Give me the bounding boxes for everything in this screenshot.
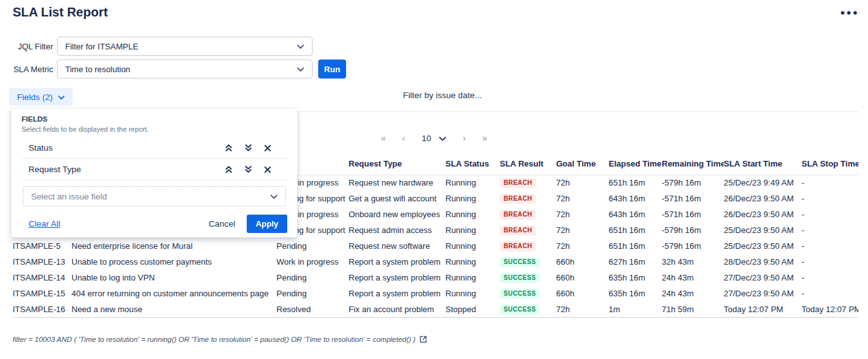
cancel-button[interactable]: Cancel [209, 219, 235, 229]
jql-filter-select[interactable]: Filter for ITSAMPLE [57, 37, 313, 56]
cell-status: Pending [276, 270, 349, 286]
cell-key[interactable]: ITSAMPLE-5 [13, 238, 71, 254]
col-header-sla-result: SLA Result [500, 157, 556, 175]
cell-request-type: Report a system problem [349, 286, 445, 301]
jql-filter-label: JQL Filter [0, 42, 53, 51]
remove-field-icon[interactable] [263, 165, 272, 174]
col-header-remaining-time: Remaining Time [662, 157, 724, 175]
cell-goal-time: 72h [556, 175, 609, 191]
move-field-bottom-icon[interactable] [244, 165, 252, 174]
cell-remaining-time: -571h 16m [662, 191, 724, 206]
selected-field-row: Status [22, 137, 287, 159]
cell-key[interactable]: ITSAMPLE-15 [13, 286, 71, 301]
first-page-button[interactable]: « [381, 133, 385, 143]
cell-sla-start-time: 25/Dec/23 9:49 AM [724, 175, 802, 191]
sla-result-badge: SUCCESS [500, 305, 540, 315]
cell-sla-start-time: 27/Dec/23 9:50 AM [724, 270, 802, 286]
cell-sla-status: Running [445, 222, 500, 238]
cell-request-type: Get a guest wifi account [349, 191, 445, 206]
cell-sla-result: BREACH [500, 206, 556, 222]
cell-sla-status: Running [445, 238, 500, 254]
last-page-button[interactable]: » [482, 133, 487, 143]
sla-result-badge: SUCCESS [500, 257, 540, 267]
sla-result-badge: BREACH [500, 225, 536, 236]
open-in-issue-navigator-icon[interactable] [419, 336, 427, 343]
cell-remaining-time: 24h 43m [662, 270, 724, 286]
cell-sla-stop-time: - [802, 222, 859, 238]
next-page-button[interactable]: › [463, 133, 466, 143]
move-field-top-icon[interactable] [224, 144, 233, 153]
col-header-sla-start-time: SLA Start Time [724, 157, 802, 175]
cell-key[interactable]: ITSAMPLE-16 [13, 301, 71, 317]
cell-elapsed-time: 651h 16m [609, 222, 662, 238]
selected-field-name: Status [28, 143, 53, 153]
issue-date-filter-input[interactable] [403, 91, 511, 100]
cell-remaining-time: -571h 16m [662, 206, 724, 222]
sla-result-badge: BREACH [500, 178, 536, 188]
cell-status: Resolved [276, 301, 349, 317]
cell-key[interactable]: ITSAMPLE-14 [13, 270, 71, 286]
clear-all-link[interactable]: Clear All [28, 219, 60, 229]
fields-popup: FIELDS Select fields to be displayed in … [11, 109, 297, 237]
cell-goal-time: 660h [556, 270, 609, 286]
cell-sla-status: Stopped [445, 301, 500, 317]
cell-sla-start-time: 26/Dec/23 9:50 AM [724, 206, 802, 222]
table-row: ITSAMPLE-13Unable to process customer pa… [13, 254, 859, 270]
cell-key[interactable]: ITSAMPLE-13 [13, 254, 71, 270]
cell-sla-stop-time: - [802, 270, 859, 286]
cell-sla-start-time: 27/Dec/23 9:50 AM [724, 286, 802, 301]
sla-result-badge: BREACH [500, 194, 536, 204]
selected-field-row: Request Type [22, 159, 287, 180]
sla-list-report-page: SLA List Report ●●● JQL Filter Filter fo… [0, 0, 868, 359]
cell-summary: 404 error returning on customer announce… [71, 286, 276, 301]
cell-sla-status: Running [445, 270, 500, 286]
remove-field-icon[interactable] [263, 144, 272, 153]
cell-elapsed-time: 627h 16m [609, 254, 662, 270]
page-size-select[interactable]: 10 [421, 134, 445, 143]
cell-request-type: Request new software [349, 238, 445, 254]
cell-sla-stop-time: - [802, 191, 859, 206]
cell-elapsed-time: 651h 16m [609, 175, 662, 191]
cell-sla-result: BREACH [500, 222, 556, 238]
cell-sla-start-time: 25/Dec/23 9:50 AM [724, 238, 802, 254]
col-header-request-type: Request Type [349, 157, 445, 175]
issue-field-select[interactable]: Select an issue field [23, 186, 286, 206]
table-row: ITSAMPLE-5Need enterprise license for Mu… [13, 238, 859, 254]
cell-goal-time: 660h [556, 254, 609, 270]
cell-summary: Unable to log into VPN [71, 270, 276, 286]
more-actions-icon[interactable]: ●●● [840, 8, 859, 17]
sla-metric-select[interactable]: Time to resolution [57, 60, 313, 79]
cell-summary: Unable to process customer payments [71, 254, 276, 270]
cell-sla-stop-time: - [802, 254, 859, 270]
move-field-bottom-icon[interactable] [244, 144, 252, 153]
cell-status: Pending [276, 286, 349, 301]
cell-sla-result: BREACH [500, 175, 556, 191]
cell-sla-start-time: 25/Dec/23 9:50 AM [724, 222, 802, 238]
table-row: ITSAMPLE-14Unable to log into VPNPending… [13, 270, 859, 286]
col-header-sla-status: SLA Status [445, 157, 500, 175]
cell-request-type: Fix an account problem [349, 301, 445, 317]
apply-button[interactable]: Apply [247, 215, 287, 233]
cell-sla-result: SUCCESS [500, 286, 556, 301]
cell-elapsed-time: 1m [609, 301, 662, 317]
fields-button[interactable]: Fields (2) [9, 88, 73, 106]
chevron-down-icon [270, 192, 278, 201]
run-button[interactable]: Run [318, 60, 346, 79]
cell-sla-stop-time: Today 12:07 PM [802, 301, 859, 317]
cell-request-type: Report a system problem [349, 270, 445, 286]
cell-remaining-time: -579h 16m [662, 175, 724, 191]
fields-button-label: Fields (2) [17, 92, 53, 102]
prev-page-button[interactable]: ‹ [402, 133, 405, 143]
chevron-down-icon [58, 92, 65, 102]
cell-status: Pending [276, 238, 349, 254]
cell-sla-status: Running [445, 191, 500, 206]
page-title: SLA List Report [13, 5, 108, 20]
chevron-down-icon [297, 65, 304, 74]
move-field-top-icon[interactable] [224, 165, 233, 174]
table-row: ITSAMPLE-16Need a new mouseResolvedFix a… [13, 301, 859, 317]
cell-goal-time: 72h [556, 301, 609, 317]
cell-goal-time: 72h [556, 191, 609, 206]
cell-sla-result: BREACH [500, 191, 556, 206]
cell-elapsed-time: 635h 16m [609, 270, 662, 286]
cell-remaining-time: 24h 43m [662, 286, 724, 301]
